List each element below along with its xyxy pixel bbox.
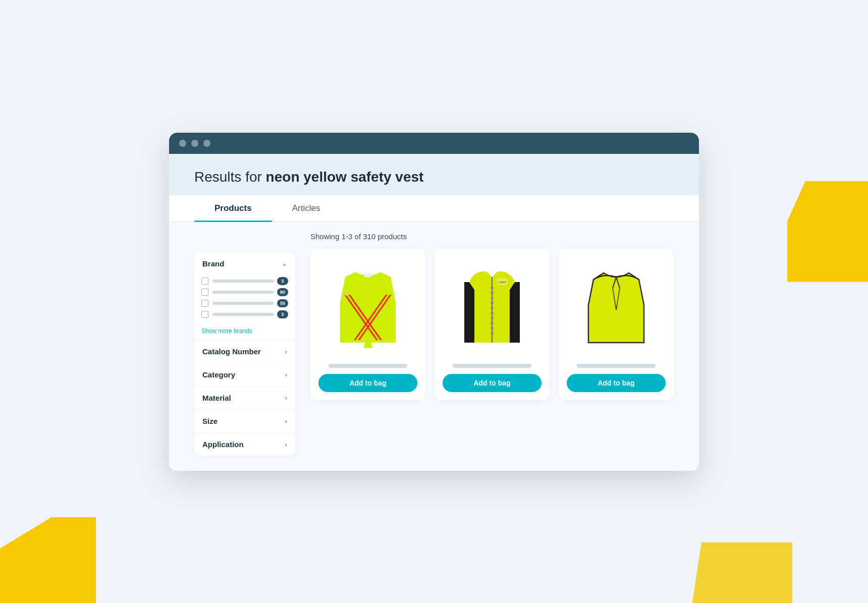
brand-item-1: 3 <box>201 277 288 285</box>
tabs-bar: Products Articles <box>169 195 699 222</box>
sidebar-size-header[interactable]: Size › <box>194 410 295 432</box>
sidebar-size-label: Size <box>202 417 218 425</box>
deco-shape-bottom-left <box>0 517 96 603</box>
sidebar-application-header[interactable]: Application › <box>194 433 295 456</box>
svg-text:LOGO: LOGO <box>499 281 506 284</box>
product-image-1 <box>318 257 417 358</box>
brand-count-3: 55 <box>277 299 288 307</box>
sidebar-catalog-label: Catalog Number <box>202 347 261 356</box>
sidebar-brand-label: Brand <box>202 259 224 268</box>
product-image-2: LOGO <box>443 257 541 358</box>
svg-rect-12 <box>491 333 494 334</box>
sidebar-section-category: Category › <box>194 363 295 387</box>
sidebar-section-brand: Brand ⌄ 3 <box>194 252 295 340</box>
catalog-chevron-icon: › <box>285 348 287 355</box>
sidebar-material-header[interactable]: Material › <box>194 387 295 409</box>
brand-checkbox-3[interactable] <box>201 300 208 307</box>
svg-rect-9 <box>491 317 494 319</box>
browser-dot-1 <box>179 140 186 147</box>
vest-svg-3 <box>583 262 649 353</box>
brand-item-4: 3 <box>201 310 288 318</box>
browser-titlebar <box>169 133 699 154</box>
sidebar-application-label: Application <box>202 440 244 449</box>
svg-rect-8 <box>491 312 494 314</box>
product-card-2: LOGO Add to bag <box>435 249 550 400</box>
add-to-bag-button-3[interactable]: Add to bag <box>567 374 666 392</box>
sidebar-category-label: Category <box>202 370 235 379</box>
brand-bar-4 <box>212 313 274 316</box>
brand-count-1: 3 <box>277 277 288 285</box>
products-count: Showing 1-3 of 310 products <box>310 232 674 241</box>
svg-rect-11 <box>491 327 494 329</box>
sidebar-section-size: Size › <box>194 410 295 433</box>
brand-count-4: 3 <box>277 310 288 318</box>
product-card-1: Add to bag <box>310 249 425 400</box>
sidebar-brand-header[interactable]: Brand ⌄ <box>194 252 295 275</box>
brand-count-2: 80 <box>277 288 288 296</box>
vest-svg-2: LOGO <box>459 262 525 353</box>
sidebar-section-material: Material › <box>194 387 295 410</box>
svg-rect-7 <box>491 307 494 309</box>
show-more-brands[interactable]: Show more brands <box>194 327 295 340</box>
sidebar: Brand ⌄ 3 <box>194 252 295 456</box>
sidebar-section-application: Application › <box>194 433 295 456</box>
product-image-3 <box>567 257 666 358</box>
svg-rect-6 <box>491 302 494 304</box>
products-area: Showing 1-3 of 310 products <box>295 232 674 456</box>
sidebar-material-label: Material <box>202 394 231 402</box>
brand-bar-1 <box>212 280 274 283</box>
browser-window: Results for neon yellow safety vest Prod… <box>169 133 699 471</box>
sidebar-category-header[interactable]: Category › <box>194 363 295 386</box>
brand-items: 3 80 <box>194 275 295 327</box>
browser-dot-3 <box>203 140 210 147</box>
sidebar-section-catalog: Catalog Number › <box>194 340 295 363</box>
product-card-3: Add to bag <box>559 249 674 400</box>
category-chevron-icon: › <box>285 371 287 378</box>
brand-item-2: 80 <box>201 288 288 296</box>
brand-checkbox-1[interactable] <box>201 278 208 285</box>
product-name-bar-1 <box>329 364 408 368</box>
brand-bar-3 <box>212 302 274 305</box>
svg-rect-5 <box>491 297 494 299</box>
brand-item-3: 55 <box>201 299 288 307</box>
application-chevron-icon: › <box>285 441 287 448</box>
product-name-bar-2 <box>453 364 532 368</box>
main-area: Brand ⌄ 3 <box>169 222 699 471</box>
brand-bar-2 <box>212 291 274 294</box>
sidebar-catalog-header[interactable]: Catalog Number › <box>194 340 295 363</box>
deco-shape-right <box>787 181 868 282</box>
brand-chevron-icon: ⌄ <box>282 260 287 267</box>
search-header: Results for neon yellow safety vest <box>169 154 699 195</box>
product-name-bar-3 <box>577 364 656 368</box>
add-to-bag-button-1[interactable]: Add to bag <box>318 374 417 392</box>
size-chevron-icon: › <box>285 417 287 425</box>
search-title: Results for neon yellow safety vest <box>194 169 674 185</box>
deco-shape-bottom-right <box>691 542 792 603</box>
material-chevron-icon: › <box>285 394 287 402</box>
tab-products[interactable]: Products <box>194 195 272 222</box>
browser-content: Results for neon yellow safety vest Prod… <box>169 154 699 471</box>
brand-checkbox-2[interactable] <box>201 289 208 296</box>
svg-rect-3 <box>491 287 494 289</box>
results-prefix: Results for <box>194 169 266 185</box>
brand-checkbox-4[interactable] <box>201 311 208 318</box>
products-grid: Add to bag <box>310 249 674 400</box>
svg-rect-4 <box>491 292 494 294</box>
add-to-bag-button-2[interactable]: Add to bag <box>443 374 541 392</box>
tab-articles[interactable]: Articles <box>272 195 341 222</box>
svg-rect-1 <box>364 273 371 277</box>
browser-dot-2 <box>191 140 198 147</box>
search-query: neon yellow safety vest <box>266 169 424 185</box>
vest-svg-1 <box>335 262 401 353</box>
svg-rect-10 <box>491 322 494 324</box>
